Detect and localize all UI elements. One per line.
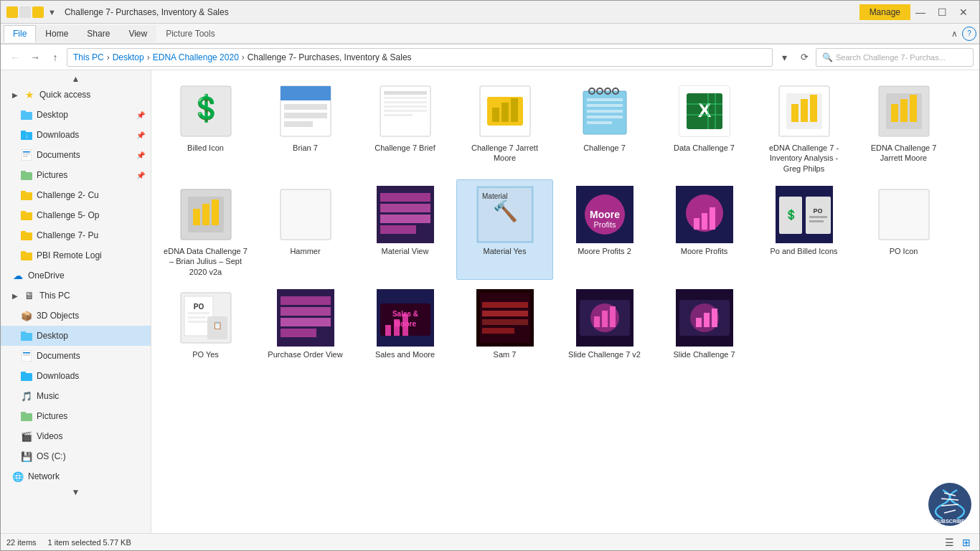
svg-rect-39 xyxy=(384,105,427,108)
sidebar-item-videos[interactable]: 🎬 Videos xyxy=(1,426,151,446)
3d-icon: 📦 xyxy=(21,310,32,321)
sidebar-item-music[interactable]: 🎵 Music xyxy=(1,386,151,406)
breadcrumb-current[interactable]: Challenge 7- Purchases, Inventory & Sale… xyxy=(248,52,412,62)
svg-rect-53 xyxy=(587,104,623,107)
picture-tools-text: Picture Tools xyxy=(166,29,215,39)
svg-rect-97 xyxy=(702,213,707,230)
file-item-edna-inv[interactable]: eDNA Challenge 7 - Inventory Analysis - … xyxy=(755,76,852,176)
file-icon-material-yes: 🔨 Material xyxy=(476,186,534,243)
file-icon-notepad xyxy=(576,83,633,140)
file-item-slide7-v2[interactable]: Slide Challenge 7 v2 xyxy=(556,283,653,383)
file-item-material-yes[interactable]: 🔨 Material Material Yes xyxy=(456,179,553,280)
file-name-material-yes: Material Yes xyxy=(484,246,527,256)
svg-rect-105 xyxy=(809,220,824,222)
tab-view[interactable]: View xyxy=(119,25,156,42)
file-item-purchase-order-view[interactable]: Purchase Order View xyxy=(257,283,354,383)
sidebar-item-this-pc[interactable]: ▶ 🖥 This PC xyxy=(1,286,151,306)
file-item-data-challenge7[interactable]: X Data Challenge 7 xyxy=(656,76,753,176)
file-item-moore-profits[interactable]: Moore Profits xyxy=(656,179,753,280)
file-item-sam-7[interactable]: Sam 7 xyxy=(456,283,553,383)
sidebar-item-challenge2[interactable]: Challenge 2- Cu xyxy=(1,185,151,205)
file-item-po-billed-icons[interactable]: 💲 PO Po and Billed Icons xyxy=(755,179,852,280)
search-placeholder: Search Challenge 7- Purchas... xyxy=(836,53,946,62)
search-box[interactable]: 🔍 Search Challenge 7- Purchas... xyxy=(816,48,974,67)
back-button[interactable]: ← xyxy=(6,49,24,66)
svg-rect-34 xyxy=(284,121,313,127)
file-icon-blank xyxy=(277,186,334,243)
sidebar-scroll-down[interactable]: ▼ xyxy=(1,486,151,498)
tab-share[interactable]: Share xyxy=(77,25,119,42)
file-item-edna-jarrett[interactable]: EDNA Challenge 7 Jarrett Moore xyxy=(855,76,952,176)
file-item-challenge7-brief[interactable]: Challenge 7 Brief xyxy=(357,76,453,176)
sidebar-item-quick-access[interactable]: ▶ ★ Quick access xyxy=(1,85,151,105)
file-name-hammer: Hammer xyxy=(290,246,320,256)
status-item-count: 22 items xyxy=(6,538,37,547)
view-list-button[interactable]: ☰ xyxy=(942,535,956,550)
file-item-po-yes[interactable]: PO 📋 PO Yes xyxy=(157,283,254,383)
sidebar-item-pbi-remote[interactable]: PBI Remote Logi xyxy=(1,245,151,265)
file-item-sales-moore[interactable]: Sales & Moore Sales and Moore xyxy=(357,283,453,383)
svg-rect-21 xyxy=(22,350,32,362)
sidebar-item-desktop2[interactable]: Desktop xyxy=(1,326,151,346)
file-item-billed-icon[interactable]: 💲 Billed Icon xyxy=(157,76,254,176)
forward-button[interactable]: → xyxy=(27,49,44,66)
file-icon-sam7 xyxy=(476,289,534,347)
sidebar-item-onedrive[interactable]: ☁ OneDrive xyxy=(1,265,151,286)
help-button[interactable]: ? xyxy=(962,27,976,41)
subscribe-logo[interactable]: SUBSCRIBE xyxy=(928,483,971,528)
file-item-slide7[interactable]: Slide Challenge 7 xyxy=(656,283,753,383)
file-item-hammer[interactable]: Hammer xyxy=(257,179,354,280)
breadcrumb-desktop[interactable]: Desktop xyxy=(113,52,144,62)
svg-rect-136 xyxy=(594,316,600,327)
file-name-moore-profits-2: Moore Profits 2 xyxy=(578,246,631,256)
close-button[interactable]: ✕ xyxy=(953,4,974,21)
sidebar-item-downloads2[interactable]: Downloads xyxy=(1,366,151,386)
view-grid-button[interactable]: ⊞ xyxy=(959,535,974,550)
sidebar-item-3d-objects[interactable]: 📦 3D Objects xyxy=(1,306,151,326)
svg-text:↓: ↓ xyxy=(25,133,28,139)
breadcrumb-this-pc[interactable]: This PC xyxy=(73,52,104,62)
file-item-po-icon[interactable]: PO Icon xyxy=(855,179,952,280)
sidebar-item-network[interactable]: 🌐 Network xyxy=(1,466,151,486)
sidebar-item-documents2[interactable]: Documents xyxy=(1,346,151,366)
file-icon-purchase-order xyxy=(277,289,334,347)
minimize-button[interactable]: — xyxy=(910,4,930,21)
file-item-challenge7[interactable]: Challenge 7 xyxy=(556,76,653,176)
manage-tab-header[interactable]: Manage xyxy=(859,4,910,20)
refresh-button[interactable]: ⟳ xyxy=(796,49,813,66)
pictures-icon2 xyxy=(21,410,32,422)
sidebar-label-onedrive: OneDrive xyxy=(28,270,65,281)
download-folder-icon2 xyxy=(21,370,32,382)
sidebar-item-challenge7[interactable]: Challenge 7- Pu xyxy=(1,225,151,245)
sidebar-label-3d-objects: 3D Objects xyxy=(37,311,79,321)
maximize-button[interactable]: ☐ xyxy=(932,4,952,21)
sidebar-item-pictures2[interactable]: Pictures xyxy=(1,406,151,426)
sidebar-item-documents[interactable]: Documents 📌 xyxy=(1,145,151,165)
breadcrumb-edna[interactable]: EDNA Challenge 2020 xyxy=(153,52,239,62)
ribbon-collapse-chevron[interactable]: ∧ xyxy=(947,29,962,39)
file-icon-powerbi-doc2 xyxy=(875,83,933,140)
pictures-icon xyxy=(21,169,32,181)
window: ▼ Challenge 7- Purchases, Inventory & Sa… xyxy=(0,0,980,551)
breadcrumb[interactable]: This PC › Desktop › EDNA Challenge 2020 … xyxy=(67,48,773,67)
file-item-brian-7[interactable]: Brian 7 xyxy=(257,76,354,176)
tab-file[interactable]: File xyxy=(4,25,36,42)
breadcrumb-dropdown-button[interactable]: ▾ xyxy=(776,49,793,66)
file-item-material-view[interactable]: Material View xyxy=(357,179,453,280)
sidebar-item-os-c[interactable]: 💾 OS (C:) xyxy=(1,446,151,466)
sidebar-scroll-up[interactable]: ▲ xyxy=(1,73,151,85)
sidebar-label-network: Network xyxy=(28,471,60,481)
sidebar-item-challenge5[interactable]: Challenge 5- Op xyxy=(1,205,151,225)
svg-rect-68 xyxy=(801,99,808,122)
sidebar-item-pictures[interactable]: Pictures 📌 xyxy=(1,165,151,185)
file-item-edna-data[interactable]: eDNA Data Challenge 7 – Brian Julius – S… xyxy=(157,179,254,280)
tab-home[interactable]: Home xyxy=(36,25,77,42)
file-item-moore-profits-2[interactable]: Moore Profits Moore Profits 2 xyxy=(556,179,653,280)
sidebar-item-desktop[interactable]: Desktop 📌 xyxy=(1,105,151,125)
up-arrow-button[interactable]: ↑ xyxy=(47,49,64,66)
file-grid: 💲 Billed Icon xyxy=(157,76,974,383)
sidebar-item-downloads[interactable]: ↓ Downloads 📌 xyxy=(1,125,151,145)
file-item-challenge7-jarrett[interactable]: Challenge 7 Jarrett Moore xyxy=(456,76,553,176)
file-icon-sales-moore: Sales & Moore xyxy=(377,289,434,347)
sidebar-label-desktop2: Desktop xyxy=(37,331,68,341)
